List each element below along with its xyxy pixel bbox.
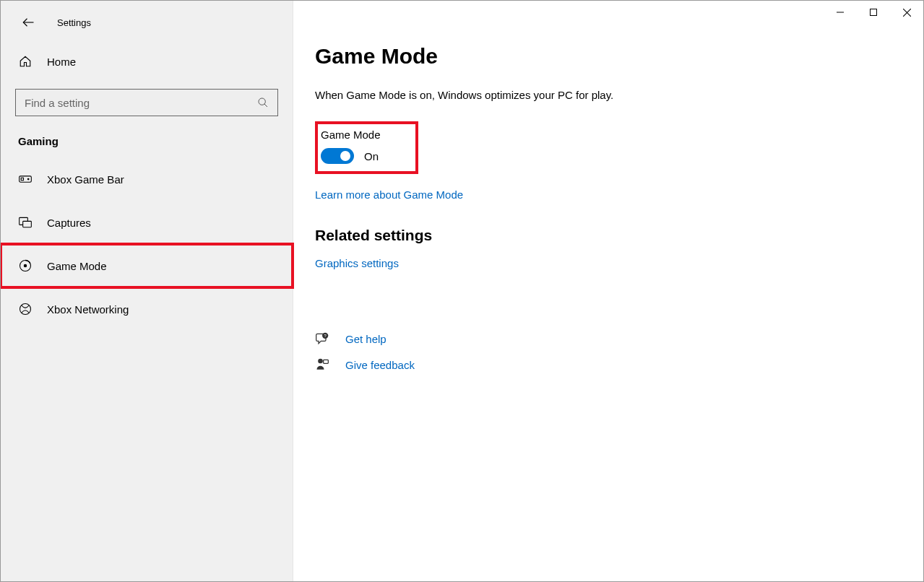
give-feedback-row[interactable]: Give feedback: [315, 357, 894, 372]
game-mode-toggle[interactable]: [321, 148, 354, 164]
home-icon: [18, 54, 33, 69]
svg-point-9: [27, 178, 29, 180]
home-nav[interactable]: Home: [1, 44, 293, 79]
game-mode-toggle-section: Game Mode On: [315, 121, 418, 174]
graphics-settings-link[interactable]: Graphics settings: [315, 257, 399, 269]
sidebar-category: Gaming: [1, 129, 293, 157]
maximize-button[interactable]: [857, 1, 890, 24]
feedback-icon: [315, 357, 329, 372]
xbox-network-icon: [18, 302, 33, 316]
search-input[interactable]: [25, 90, 256, 116]
sidebar-item-xbox-game-bar[interactable]: Xbox Game Bar: [1, 157, 293, 201]
captures-icon: [18, 215, 33, 230]
app-title: Settings: [57, 17, 91, 28]
svg-rect-18: [324, 360, 329, 363]
svg-point-14: [20, 304, 31, 315]
toggle-label: Game Mode: [321, 129, 381, 141]
page-description: When Game Mode is on, Windows optimizes …: [315, 89, 894, 101]
get-help-link[interactable]: Get help: [345, 333, 387, 345]
svg-rect-11: [23, 221, 32, 227]
sidebar-item-label: Xbox Game Bar: [47, 173, 124, 186]
get-help-row[interactable]: ? Get help: [315, 331, 894, 346]
sidebar-item-captures[interactable]: Captures: [1, 201, 293, 244]
help-icon: ?: [315, 331, 329, 346]
svg-line-6: [264, 104, 267, 107]
game-bar-icon: [18, 172, 33, 186]
svg-point-17: [318, 359, 323, 364]
learn-more-link[interactable]: Learn more about Game Mode: [315, 188, 463, 201]
sidebar-item-label: Captures: [47, 217, 91, 229]
svg-rect-8: [21, 178, 23, 180]
sidebar: Settings Home Gaming Xbox Game Bar: [1, 1, 293, 581]
related-settings-heading: Related settings: [315, 227, 894, 244]
give-feedback-link[interactable]: Give feedback: [345, 359, 415, 371]
sidebar-item-xbox-networking[interactable]: Xbox Networking: [1, 287, 293, 331]
search-box[interactable]: [15, 89, 278, 116]
back-button[interactable]: [20, 14, 37, 31]
game-mode-icon: [18, 259, 33, 273]
svg-rect-1: [871, 9, 877, 16]
sidebar-item-label: Xbox Networking: [47, 303, 129, 316]
close-button[interactable]: [890, 1, 923, 24]
toggle-knob: [340, 151, 350, 161]
home-label: Home: [47, 56, 76, 68]
toggle-state: On: [364, 150, 379, 162]
sidebar-item-label: Game Mode: [47, 260, 107, 272]
window-controls: [824, 1, 923, 24]
search-icon: [256, 95, 270, 110]
page-title: Game Mode: [315, 44, 894, 69]
sidebar-item-game-mode[interactable]: Game Mode: [1, 244, 293, 287]
svg-point-13: [24, 264, 26, 266]
svg-point-5: [259, 98, 265, 105]
main-content: Game Mode When Game Mode is on, Windows …: [293, 1, 923, 581]
minimize-button[interactable]: [824, 1, 857, 24]
